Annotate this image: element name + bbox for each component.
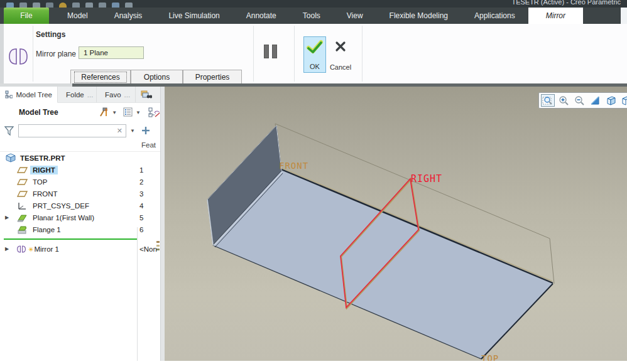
layer-search-icon (141, 90, 152, 99)
tab-mirror-active[interactable]: Mirror (528, 8, 583, 24)
tab-folder-browser[interactable]: Folde... (58, 87, 97, 102)
datum-plane-icon (17, 190, 28, 198)
tree-tools-caret[interactable]: ▼ (112, 110, 117, 115)
plate-top-face[interactable] (213, 170, 553, 359)
cancel-x-icon (334, 40, 347, 53)
tab-live-simulation[interactable]: Live Simulation (155, 8, 232, 24)
ok-check-icon (306, 40, 324, 55)
creo-logo-icon (6, 3, 14, 8)
cancel-button[interactable]: Cancel (327, 39, 354, 73)
tree-row-part[interactable]: TESETR.PRT (0, 152, 165, 164)
tab-analysis[interactable]: Analysis (101, 8, 156, 24)
model-scene: FRONT RIGHT TOP (165, 87, 627, 361)
tab-tools[interactable]: Tools (290, 8, 334, 24)
tab-properties[interactable]: Properties (183, 70, 242, 83)
window-edge (621, 8, 627, 24)
tree-row-mirror[interactable]: ▶ ✳Mirror 1 <Non (0, 243, 165, 255)
graphics-toolbar (538, 92, 627, 109)
mirror-plane-collector[interactable]: 1 Plane (79, 46, 144, 59)
zoom-out-icon[interactable] (572, 94, 586, 107)
tab-flexible-modeling[interactable]: Flexible Modeling (376, 8, 461, 24)
quick-access-toolbar (6, 3, 133, 8)
planar-wall-icon (17, 213, 28, 222)
tab-options[interactable]: Options (131, 70, 183, 83)
mirror-icon (16, 245, 26, 254)
saved-views-icon[interactable] (604, 94, 618, 107)
save-icon[interactable] (46, 3, 53, 8)
redo-icon[interactable] (72, 3, 80, 8)
tab-view[interactable]: View (334, 8, 376, 24)
paste-icon[interactable] (125, 3, 133, 8)
filter-funnel-icon (4, 126, 14, 136)
tab-favorites[interactable]: ✳ Favo... (97, 87, 136, 102)
display-style-icon[interactable] (619, 94, 627, 107)
graphics-area[interactable]: FRONT RIGHT TOP (165, 87, 627, 361)
collapse-tree-icon[interactable] (148, 107, 161, 118)
repaint-icon[interactable] (588, 94, 602, 107)
tab-applications[interactable]: Applications (461, 8, 528, 24)
datum-plane-icon (17, 178, 28, 186)
mirror-feature-icon (8, 46, 29, 67)
front-plane-label: FRONT (279, 161, 308, 171)
clear-filter-icon[interactable]: ✕ (117, 127, 123, 135)
tree-row-right-plane[interactable]: RIGHT 1 (0, 164, 165, 176)
window-title: TESETR (Active) - Creo Parametric (511, 0, 621, 6)
dashboard-tabs: References Options Properties (70, 70, 242, 83)
right-plane-label: RIGHT (411, 173, 442, 185)
tree-tools-icon[interactable] (98, 107, 109, 117)
settings-group-title: Settings (36, 30, 65, 39)
new-file-icon[interactable] (19, 3, 27, 8)
model-tree-icon (5, 90, 13, 99)
undo-icon[interactable] (59, 3, 67, 8)
filter-history-caret[interactable]: ▼ (130, 128, 135, 134)
mirror-plane-label: Mirror plane (36, 50, 76, 58)
zoom-region-icon[interactable] (541, 94, 555, 107)
tab-layer-search[interactable] (136, 87, 161, 102)
feat-column-header: Feat (141, 141, 156, 149)
list-icon[interactable] (99, 3, 106, 8)
add-filter-icon[interactable] (141, 126, 150, 135)
part-icon (6, 153, 16, 163)
flange-icon (17, 225, 28, 234)
tree-row-planar-wall[interactable]: ▶ Planar 1(First Wall) 5 (0, 211, 165, 223)
model-tree-title: Model Tree (19, 108, 58, 117)
ok-button[interactable]: OK (303, 36, 326, 73)
pause-button[interactable] (264, 45, 283, 61)
tab-model[interactable]: Model (54, 8, 101, 24)
mirror-dashboard: Settings Mirror plane 1 Plane References… (0, 24, 627, 83)
datum-plane-icon (17, 166, 28, 174)
tab-annotate[interactable]: Annotate (233, 8, 290, 24)
tree-row-front-plane[interactable]: FRONT 3 (0, 188, 165, 200)
tab-references[interactable]: References (70, 70, 131, 83)
feat-column-header-row: Feat (0, 139, 165, 152)
tree-row-csys[interactable]: PRT_CSYS_DEF 4 (0, 200, 165, 211)
model-tree-header: Model Tree ▼ (0, 103, 165, 122)
model-tree: TESETR.PRT RIGHT 1 TOP 2 FRONT 3 (0, 152, 165, 255)
csys-icon (17, 201, 28, 210)
pending-asterisk-icon: ✳ (28, 246, 33, 253)
panel-splitter[interactable] (160, 87, 165, 361)
tree-list-icon[interactable] (123, 107, 133, 117)
tab-model-tree[interactable]: Model Tree (0, 87, 58, 103)
open-icon[interactable] (33, 3, 40, 8)
tree-list-caret[interactable]: ▼ (136, 110, 141, 115)
expand-arrow-icon[interactable]: ▶ (5, 215, 11, 220)
regenerate-icon[interactable] (85, 3, 93, 8)
tree-row-top-plane[interactable]: TOP 2 (0, 176, 165, 188)
tree-filter-box: ✕ (18, 124, 126, 137)
insert-here-locator[interactable] (4, 238, 137, 240)
navigator-panel: Model Tree Folde... ✳ Favo... (0, 87, 165, 361)
tree-filter-row: ✕ ▼ (0, 122, 165, 139)
tree-row-flange[interactable]: Flange 1 6 (0, 223, 165, 235)
ribbon-tab-bar: File Model Analysis Live Simulation Anno… (0, 8, 627, 24)
tree-filter-input[interactable] (19, 125, 110, 137)
copy-icon[interactable] (112, 3, 119, 8)
title-bar: TESETR (Active) - Creo Parametric (0, 0, 627, 8)
zoom-in-icon[interactable] (557, 94, 570, 107)
top-plane-label: TOP (481, 353, 499, 361)
file-menu-button[interactable]: File (4, 8, 49, 24)
expand-arrow-icon[interactable]: ▶ (5, 246, 11, 252)
navigator-tabs: Model Tree Folde... ✳ Favo... (0, 87, 165, 103)
